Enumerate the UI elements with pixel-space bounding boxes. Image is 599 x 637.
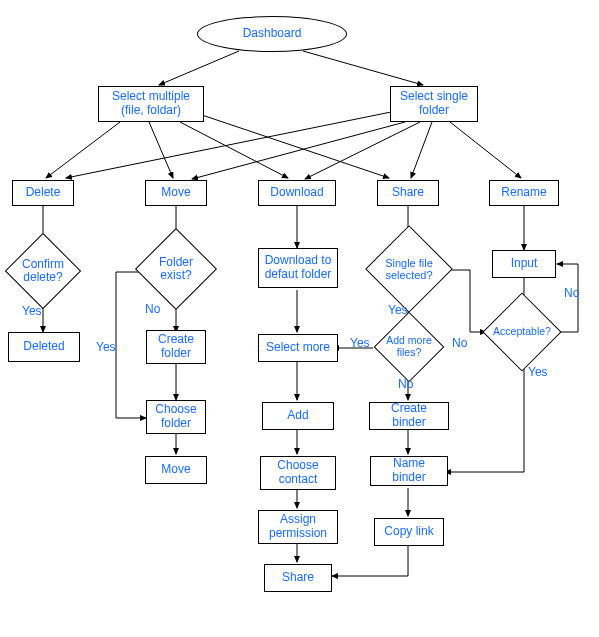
- folder-exist-label: Folder exist?: [147, 240, 205, 298]
- input-node: Input: [492, 250, 556, 278]
- download-label: Download: [270, 186, 323, 200]
- create-folder-node: Create folder: [146, 330, 206, 364]
- edge-no-3: No: [452, 336, 467, 350]
- dashboard-label: Dashboard: [243, 27, 302, 41]
- name-binder-label: Name binder: [375, 457, 443, 485]
- edge-yes-1: Yes: [22, 304, 42, 318]
- assign-permission-label: Assign permission: [263, 513, 333, 541]
- create-folder-label: Create folder: [151, 333, 201, 361]
- delete-node: Delete: [12, 180, 74, 206]
- share2-node: Share: [264, 564, 332, 592]
- move2-label: Move: [161, 463, 190, 477]
- folder-exist-node: Folder exist?: [147, 240, 205, 298]
- deleted-label: Deleted: [23, 340, 64, 354]
- select-multiple-node: Select multiple (file, foldar): [98, 86, 204, 122]
- share-node: Share: [377, 180, 439, 206]
- acceptable-node: Acceptable?: [494, 304, 550, 360]
- add-node: Add: [262, 402, 334, 430]
- edge-no-1: No: [145, 302, 160, 316]
- rename-node: Rename: [489, 180, 559, 206]
- create-binder-label: Create binder: [374, 402, 444, 430]
- select-multiple-label: Select multiple (file, foldar): [103, 90, 199, 118]
- choose-contact-label: Choose contact: [265, 459, 331, 487]
- select-single-label: Select single folder: [395, 90, 473, 118]
- single-file-label: Single file selected?: [378, 238, 440, 300]
- assign-permission-node: Assign permission: [258, 510, 338, 544]
- dashboard-node: Dashboard: [197, 16, 347, 52]
- edge-yes-5: Yes: [528, 365, 548, 379]
- download-defaut-node: Download to defaut folder: [258, 248, 338, 288]
- move2-node: Move: [145, 456, 207, 484]
- single-file-node: Single file selected?: [378, 238, 440, 300]
- edge-no-2: No: [398, 377, 413, 391]
- rename-label: Rename: [501, 186, 546, 200]
- copy-link-node: Copy link: [374, 518, 444, 546]
- share2-label: Share: [282, 571, 314, 585]
- download-node: Download: [258, 180, 336, 206]
- move-label: Move: [161, 186, 190, 200]
- create-binder-node: Create binder: [369, 402, 449, 430]
- move-node: Move: [145, 180, 207, 206]
- confirm-delete-label: Confirm delete?: [16, 244, 70, 298]
- choose-folder-node: Choose folder: [146, 400, 206, 434]
- choose-folder-label: Choose folder: [151, 403, 201, 431]
- name-binder-node: Name binder: [370, 456, 448, 486]
- select-more-label: Select more: [266, 341, 330, 355]
- share-label: Share: [392, 186, 424, 200]
- edge-yes-2: Yes: [96, 340, 116, 354]
- add-more-files-label: Add more files?: [384, 322, 434, 372]
- choose-contact-node: Choose contact: [260, 456, 336, 490]
- add-more-files-node: Add more files?: [384, 322, 434, 372]
- edge-no-4: No: [564, 286, 579, 300]
- select-more-node: Select more: [258, 334, 338, 362]
- confirm-delete-node: Confirm delete?: [16, 244, 70, 298]
- copy-link-label: Copy link: [384, 525, 433, 539]
- edge-yes-4: Yes: [350, 336, 370, 350]
- deleted-node: Deleted: [8, 332, 80, 362]
- add-label: Add: [287, 409, 308, 423]
- input-label: Input: [511, 257, 538, 271]
- select-single-node: Select single folder: [390, 86, 478, 122]
- acceptable-label: Acceptable?: [494, 304, 550, 360]
- download-defaut-label: Download to defaut folder: [263, 254, 333, 282]
- delete-label: Delete: [26, 186, 61, 200]
- edge-yes-3: Yes: [388, 303, 408, 317]
